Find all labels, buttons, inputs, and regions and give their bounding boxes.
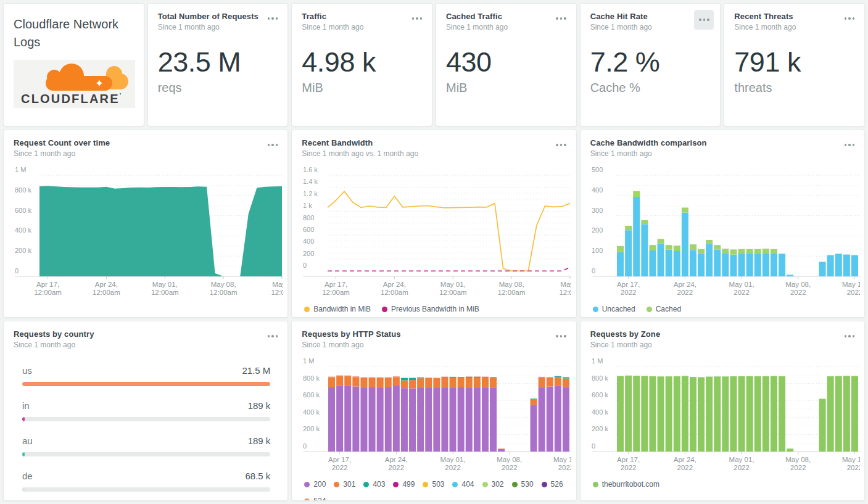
metric-row: Cloudflare Network Logs ✦ CLOUDFLARE’ To… (3, 3, 865, 126)
svg-text:Apr 17,2022: Apr 17,2022 (617, 281, 640, 296)
svg-text:May 15,2022: May 15,2022 (553, 456, 571, 471)
legend-item[interactable]: 403 (363, 480, 385, 489)
svg-text:May 08,12:00am: May 08,12:00am (498, 281, 526, 296)
metric-card-cache-hit-rate: Cache Hit Rate Since 1 month ago 7.2 % C… (580, 3, 721, 126)
legend-dot-icon (593, 307, 598, 312)
ellipsis-menu-icon[interactable] (556, 17, 566, 20)
ellipsis-menu-icon[interactable] (268, 335, 278, 337)
ellipsis-menu-icon[interactable] (845, 144, 855, 146)
svg-text:400: 400 (303, 238, 314, 245)
svg-text:May 01,2022: May 01,2022 (440, 456, 466, 471)
legend-dot-icon (647, 307, 652, 312)
svg-text:May 01,12:00am: May 01,12:00am (151, 281, 179, 296)
country-bar-track (22, 417, 270, 421)
ellipsis-menu-icon[interactable] (845, 17, 855, 20)
country-row-us[interactable]: us21.5 M (22, 365, 270, 386)
country-request-count: 189 k (248, 436, 271, 446)
legend-item[interactable]: Cached (647, 305, 681, 313)
metric-value: 4.98 k (302, 46, 422, 78)
legend-dot-icon (542, 482, 547, 487)
svg-text:May 08,2022: May 08,2022 (785, 456, 811, 471)
legend-label: Uncached (602, 305, 635, 313)
legend-item[interactable]: 503 (423, 480, 444, 489)
svg-text:Apr 24,2022: Apr 24,2022 (673, 456, 696, 471)
ellipsis-menu-button[interactable] (694, 10, 714, 30)
panel-requests-by-country: Requests by country Since 1 month ago us… (3, 321, 288, 501)
ellipsis-menu-icon[interactable] (845, 335, 855, 337)
panel-subtitle: Since 1 month ago (158, 23, 278, 31)
legend-dot-icon (304, 307, 310, 312)
svg-text:Apr 17,2022: Apr 17,2022 (617, 456, 640, 471)
svg-text:1 M: 1 M (15, 167, 26, 173)
svg-text:1.6 k: 1.6 k (303, 167, 318, 173)
http-status-bar-chart[interactable]: 1 M800 k600 k400 k200 k0Apr 17,2022Apr 2… (302, 358, 566, 475)
ellipsis-menu-icon[interactable] (556, 335, 566, 337)
svg-text:1 k: 1 k (303, 202, 312, 209)
country-code: in (22, 400, 30, 411)
legend-item[interactable]: 200 (304, 480, 326, 489)
country-request-count: 68.5 k (245, 471, 270, 481)
ellipsis-menu-icon[interactable] (268, 144, 278, 146)
zone-bar-chart[interactable]: 1 M800 k600 k400 k200 k0Apr 17,2022Apr 2… (590, 358, 854, 475)
legend-item[interactable]: Previous Bandwidth in MiB (382, 305, 479, 313)
svg-text:0: 0 (592, 442, 595, 450)
panel-title: Requests by country (14, 329, 278, 339)
metric-unit: MiB (446, 81, 566, 95)
panel-subtitle: Since 1 month ago (734, 23, 854, 31)
svg-text:1.4 k: 1.4 k (303, 178, 318, 185)
cache-bandwidth-bar-chart[interactable]: 5004003002001000Apr 17,2022Apr 24,2022Ma… (590, 167, 854, 300)
panel-title: Cached Traffic (446, 12, 566, 21)
svg-text:600 k: 600 k (303, 391, 320, 399)
panel-subtitle: Since 1 month ago (14, 341, 278, 349)
svg-text:200: 200 (303, 250, 314, 257)
legend-label: 499 (402, 480, 415, 489)
svg-text:May 112:00a: May 112:00a (560, 281, 572, 296)
legend-label: 503 (432, 480, 444, 489)
legend-item[interactable]: theburritobot.com (593, 480, 659, 489)
country-bar-list: us21.5 Min189 kau189 kde68.5 k (14, 365, 278, 492)
svg-text:500: 500 (592, 167, 603, 173)
panel-cache-bandwidth: Cache Bandwidth comparison Since 1 month… (580, 130, 865, 318)
request-count-area-chart[interactable]: 1 M800 k600 k400 k200 k0Apr 17,12:00amAp… (14, 167, 278, 300)
legend-label: 301 (343, 480, 355, 489)
svg-text:May 15,2022: May 15,2022 (842, 281, 860, 296)
metric-unit: Cache % (590, 81, 711, 95)
panel-subtitle: Since 1 month ago (302, 341, 566, 349)
legend-item[interactable]: Uncached (593, 305, 635, 313)
svg-text:1 M: 1 M (303, 358, 314, 365)
legend-item[interactable]: 302 (482, 480, 504, 489)
chart-legend: 200301403499503404302530526524 (302, 480, 566, 501)
svg-text:800: 800 (303, 214, 314, 221)
panel-subtitle: Since 1 month ago (14, 149, 278, 158)
svg-text:May 08,12:00am: May 08,12:00am (210, 281, 238, 296)
legend-item[interactable]: 301 (334, 480, 355, 489)
legend-dot-icon (304, 482, 310, 487)
svg-text:Apr 17,12:00am: Apr 17,12:00am (34, 281, 62, 296)
panel-request-count: Request Count over time Since 1 month ag… (3, 130, 288, 318)
legend-item[interactable]: 526 (542, 480, 563, 489)
svg-text:600 k: 600 k (15, 207, 31, 214)
legend-dot-icon (393, 482, 399, 487)
ellipsis-menu-icon[interactable] (268, 17, 278, 20)
legend-item[interactable]: 524 (304, 497, 326, 501)
country-row-in[interactable]: in189 k (22, 400, 270, 421)
recent-bandwidth-line-chart[interactable]: 1.6 k1.4 k1.2 k1 k8006004002000Apr 17,12… (302, 167, 566, 300)
panel-title: Cache Hit Rate (590, 12, 711, 21)
svg-text:400: 400 (592, 186, 603, 194)
legend-label: Cached (656, 305, 681, 313)
svg-text:Apr 24,2022: Apr 24,2022 (673, 281, 696, 296)
legend-item[interactable]: 530 (512, 480, 534, 489)
ellipsis-menu-icon[interactable] (412, 17, 423, 20)
legend-item[interactable]: 499 (393, 480, 415, 489)
legend-dot-icon (593, 482, 598, 487)
panel-subtitle: Since 1 month ago (590, 149, 854, 158)
svg-text:1.2 k: 1.2 k (303, 190, 318, 197)
ellipsis-menu-icon[interactable] (556, 144, 566, 146)
country-row-au[interactable]: au189 k (22, 436, 270, 456)
legend-item[interactable]: 404 (452, 480, 474, 489)
legend-item[interactable]: Bandwidth in MiB (304, 305, 371, 313)
svg-text:Apr 24,2022: Apr 24,2022 (385, 456, 408, 471)
svg-text:0: 0 (592, 267, 595, 275)
country-row-de[interactable]: de68.5 k (22, 471, 270, 492)
panel-title: Request Count over time (14, 138, 278, 147)
